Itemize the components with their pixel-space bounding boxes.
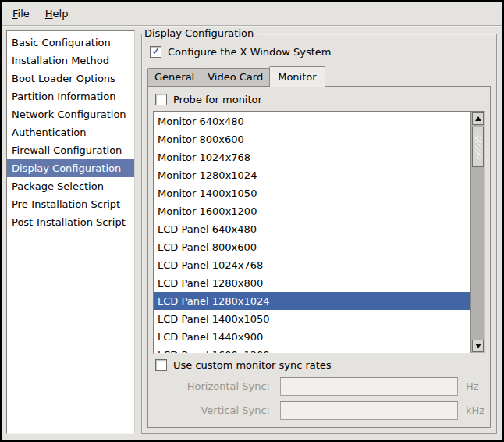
menu-help-rest: elp	[53, 8, 69, 20]
sidebar-item-authentication[interactable]: Authentication	[7, 123, 134, 141]
menu-help-accel: H	[45, 8, 53, 20]
configure-x-checkbox[interactable]	[150, 46, 161, 58]
list-item[interactable]: LCD Panel 1024x768	[154, 256, 470, 274]
configure-x-label[interactable]: Configure the X Window System	[168, 46, 332, 58]
kickstart-configurator-window: File Help Basic Configuration Installati…	[0, 0, 504, 442]
probe-monitor-label[interactable]: Probe for monitor	[173, 94, 262, 105]
sidebar-item-network-configuration[interactable]: Network Configuration	[7, 105, 134, 123]
probe-monitor-checkbox[interactable]	[155, 94, 167, 105]
horizontal-sync-row: Horizontal Sync: Hz	[153, 376, 485, 397]
list-item[interactable]: Monitor 1400x1050	[154, 184, 470, 202]
vertical-scrollbar[interactable]	[470, 112, 484, 353]
tab-monitor[interactable]: Monitor	[269, 66, 325, 87]
sidebar-item-partition-information[interactable]: Partition Information	[7, 87, 134, 105]
vertical-sync-input	[280, 401, 458, 420]
category-list: Basic Configuration Installation Method …	[6, 30, 135, 434]
menu-file-rest: ile	[18, 8, 30, 20]
scroll-down-button[interactable]	[472, 340, 484, 352]
sidebar-item-post-installation-script[interactable]: Post-Installation Script	[7, 213, 134, 231]
list-item[interactable]: Monitor 800x600	[154, 130, 470, 148]
list-item[interactable]: Monitor 1600x1200	[154, 202, 470, 220]
scroll-up-button[interactable]	[472, 112, 484, 125]
main-content: Basic Configuration Installation Method …	[2, 26, 502, 440]
vertical-sync-label: Vertical Sync:	[153, 405, 270, 416]
horizontal-sync-input	[280, 377, 458, 396]
menu-help[interactable]: Help	[39, 5, 75, 22]
list-item[interactable]: LCD Panel 1280x800	[154, 274, 470, 292]
configure-x-row: Configure the X Window System	[150, 46, 491, 58]
custom-sync-label[interactable]: Use custom monitor sync rates	[173, 359, 332, 371]
list-item[interactable]: LCD Panel 800x600	[154, 238, 470, 256]
menu-file[interactable]: File	[6, 5, 36, 22]
frame-title: Display Configuration	[143, 27, 257, 40]
list-item[interactable]: LCD Panel 1600x1200	[154, 346, 470, 354]
sidebar-item-installation-method[interactable]: Installation Method	[7, 52, 134, 70]
sidebar-item-firewall-configuration[interactable]: Firewall Configuration	[7, 141, 134, 159]
custom-sync-row: Use custom monitor sync rates	[155, 359, 485, 371]
vertical-sync-unit: kHz	[466, 405, 484, 416]
display-notebook: General Video Card Monitor Probe for mon…	[147, 66, 491, 428]
list-item[interactable]: Monitor 1280x1024	[154, 166, 470, 184]
sidebar-item-boot-loader-options[interactable]: Boot Loader Options	[7, 70, 134, 87]
list-item[interactable]: LCD Panel 1400x1050	[154, 310, 470, 328]
horizontal-sync-label: Horizontal Sync:	[153, 380, 270, 392]
sidebar-item-basic-configuration[interactable]: Basic Configuration	[7, 34, 134, 52]
monitor-list-items: Monitor 640x480 Monitor 800x600 Monitor …	[154, 112, 470, 353]
display-configuration-frame: Display Configuration Configure the X Wi…	[141, 34, 497, 434]
scroll-up-icon	[475, 116, 481, 121]
monitor-tab-page: Probe for monitor Monitor 640x480 Monito…	[147, 86, 491, 428]
scrollbar-thumb[interactable]	[472, 127, 484, 167]
horizontal-sync-unit: Hz	[466, 380, 479, 392]
tab-video-card[interactable]: Video Card	[201, 68, 270, 86]
tab-general[interactable]: General	[147, 68, 201, 86]
sidebar-item-display-configuration[interactable]: Display Configuration	[7, 159, 134, 177]
sidebar-item-package-selection[interactable]: Package Selection	[7, 177, 134, 195]
monitor-list: Monitor 640x480 Monitor 800x600 Monitor …	[153, 111, 485, 354]
list-item[interactable]: Monitor 640x480	[154, 112, 470, 130]
scroll-down-icon	[475, 344, 481, 348]
vertical-sync-row: Vertical Sync: kHz	[153, 400, 485, 421]
list-item[interactable]: Monitor 1024x768	[154, 148, 470, 166]
scrollbar-grip-icon	[475, 135, 481, 159]
list-item[interactable]: LCD Panel 1440x900	[154, 328, 470, 346]
menubar: File Help	[2, 2, 502, 26]
sidebar-item-pre-installation-script[interactable]: Pre-Installation Script	[7, 195, 134, 213]
custom-sync-checkbox[interactable]	[155, 359, 167, 371]
list-item[interactable]: LCD Panel 640x480	[154, 220, 470, 238]
list-item-selected[interactable]: LCD Panel 1280x1024	[154, 292, 470, 310]
probe-monitor-row: Probe for monitor	[155, 94, 485, 105]
tab-bar: General Video Card Monitor	[147, 66, 491, 86]
